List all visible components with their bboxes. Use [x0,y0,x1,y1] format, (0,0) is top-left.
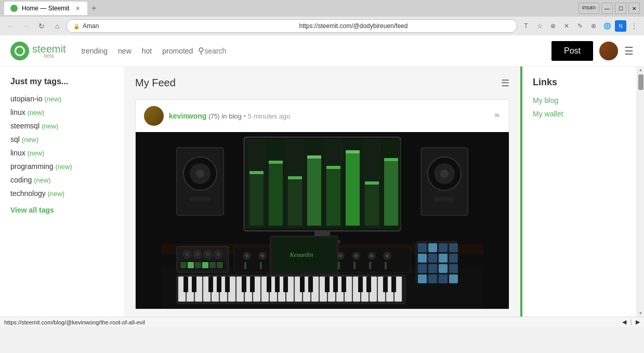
ext3-icon[interactable]: ✎ [574,20,586,32]
ext4-icon[interactable]: ⊕ [588,20,599,32]
svg-point-10 [440,169,449,178]
search-icon-button[interactable]: ⚲ [198,46,204,56]
svg-rect-127 [250,277,255,292]
svg-point-142 [185,252,189,256]
svg-rect-71 [385,262,387,269]
search-input[interactable] [204,47,267,55]
minimize-button[interactable]: — [601,3,613,14]
svg-rect-135 [341,277,346,292]
svg-rect-30 [249,171,264,174]
tab-close-button[interactable]: ✕ [75,5,80,12]
svg-rect-128 [267,277,271,292]
post-button[interactable]: Post [551,41,593,61]
svg-point-45 [261,254,264,257]
new-tab-button[interactable]: + [87,3,100,14]
ext1-icon[interactable]: ⊕ [547,20,559,32]
tag-linux-2[interactable]: linux (new) [10,149,114,157]
scroll-thumb[interactable] [638,74,643,90]
nav-new[interactable]: new [118,47,132,55]
tag-steemsql[interactable]: steemsql (new) [10,122,114,130]
post-image[interactable]: Keuardin [136,132,509,309]
horizontal-scrollbar[interactable] [630,319,632,325]
browser-user-label: insan [579,3,599,14]
svg-rect-79 [439,243,448,252]
scroll-right-icon[interactable]: ▶ [636,319,640,325]
post-avatar[interactable] [144,106,164,126]
menu-icon[interactable]: ⋮ [628,20,640,32]
sidebar-title: Just my tags... [10,77,114,86]
tag-badge: (new) [22,136,39,143]
main-layout: Just my tags... utopian-io (new) linux (… [0,67,644,317]
svg-rect-80 [449,243,458,252]
forward-button[interactable]: → [20,20,32,32]
view-all-tags-link[interactable]: View all tags [10,206,114,214]
nav-promoted[interactable]: promoted [162,47,193,55]
tag-sql[interactable]: sql (new) [10,135,114,143]
sidebar: Just my tags... utopian-io (new) linux (… [0,67,125,317]
ssl-lock-icon: 🔒 [73,23,80,29]
scroll-left-icon[interactable]: ◀ [622,319,626,325]
tag-badge: (new) [28,109,45,116]
nav-hot[interactable]: hot [142,47,152,55]
svg-rect-68 [338,262,340,269]
tag-badge: (new) [44,95,61,103]
tag-list: utopian-io (new) linux (new) steemsql (n… [10,95,114,198]
svg-rect-136 [358,277,363,292]
svg-rect-155 [217,262,223,268]
post-image-svg: Keuardin [136,132,509,309]
close-button[interactable]: ✕ [628,3,640,14]
post-author-rep: (75) [208,113,219,120]
svg-rect-22 [249,174,264,226]
tag-utopian-io[interactable]: utopian-io (new) [10,95,114,103]
right-panel: Links My blog My wallet [522,67,637,317]
svg-rect-123 [208,277,213,292]
svg-rect-36 [365,181,379,185]
logo[interactable]: steemit beta [10,42,65,60]
post-time: • [244,112,248,120]
ext2-icon[interactable]: ✕ [561,20,572,32]
tag-name: sql [10,135,22,143]
tag-name: linux [10,149,28,157]
svg-rect-154 [209,262,216,268]
post-flag-icon[interactable]: ⚑ [493,111,501,121]
tag-coding[interactable]: coding (new) [10,176,114,184]
svg-rect-63 [260,262,262,269]
ext6-icon[interactable]: N [615,20,626,32]
tag-technology[interactable]: technology (new) [10,189,114,198]
svg-point-146 [206,252,210,256]
svg-point-57 [354,254,358,257]
reload-button[interactable]: ↻ [35,20,48,32]
address-input[interactable]: 🔒 Aman https://steemit.com/@dodybireuen/… [67,19,517,33]
tag-programming[interactable]: programming (new) [10,162,114,171]
right-scrollbar[interactable]: ▲ ▼ [637,67,644,317]
my-blog-link[interactable]: My blog [533,96,626,104]
feed-header: My Feed ☰ [135,77,509,89]
svg-rect-138 [383,277,388,292]
hamburger-menu[interactable]: ☰ [624,45,634,57]
tag-name: utopian-io [10,95,44,103]
scroll-down-arrow[interactable]: ▼ [639,311,643,316]
home-button[interactable]: ⌂ [51,20,63,32]
svg-rect-37 [384,158,398,161]
tag-badge: (new) [34,176,51,184]
post-author-name[interactable]: kevinwong [169,112,206,120]
svg-rect-84 [449,254,458,263]
tag-name: technology [10,189,48,198]
maximize-button[interactable]: ☐ [615,3,626,14]
post-author-row: kevinwong (75) in blog • 5 minutes ago ⚑ [136,100,509,132]
ext5-icon[interactable]: 🌐 [601,20,613,32]
svg-rect-131 [300,277,305,292]
browser-tab[interactable]: Home — Steemit ✕ [4,2,87,15]
svg-rect-139 [391,277,396,292]
tag-linux-1[interactable]: linux (new) [10,108,114,116]
scroll-up-arrow[interactable]: ▲ [639,68,643,72]
translate-icon[interactable]: T [520,20,532,32]
nav-trending[interactable]: trending [81,47,108,55]
back-button[interactable]: ← [4,20,17,32]
feed-menu-icon[interactable]: ☰ [501,77,509,89]
browser-address-bar: ← → ↻ ⌂ 🔒 Aman https://steemit.com/@dody… [0,17,644,35]
my-wallet-link[interactable]: My wallet [533,110,626,118]
user-avatar[interactable] [599,42,618,60]
bookmark-star-icon[interactable]: ☆ [534,20,545,32]
svg-rect-24 [288,179,302,226]
